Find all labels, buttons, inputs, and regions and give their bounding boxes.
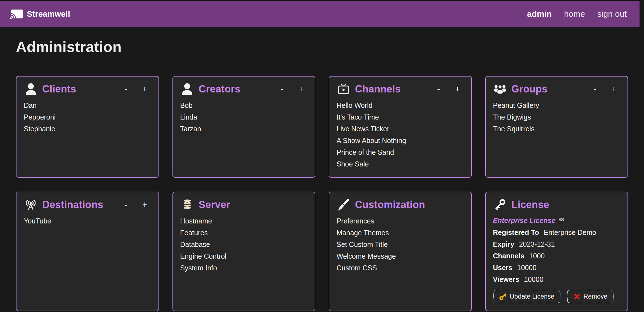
card-header: License [493, 198, 621, 211]
top-nav-links: adminhomesign out [527, 9, 632, 19]
card-license: License Enterprise LicenseRegistered ToE… [485, 192, 628, 311]
card-title: Customization [355, 199, 425, 211]
list-item[interactable]: Bob [180, 99, 308, 111]
list-item[interactable]: Linda [180, 111, 308, 123]
card-controls: - + [123, 199, 151, 210]
card-customization: Customization PreferencesManage ThemesSe… [329, 192, 472, 311]
add-item-button[interactable]: + [141, 84, 149, 94]
list-item[interactable]: Hostname [180, 215, 308, 227]
card-title: Creators [199, 83, 241, 95]
list-item[interactable]: Custom CSS [337, 262, 464, 274]
top-nav: Streamwell adminhomesign out [0, 1, 644, 27]
brand[interactable]: Streamwell [10, 9, 70, 19]
card-title: Clients [42, 83, 76, 95]
card-header: Customization [337, 198, 464, 211]
license-body: Enterprise LicenseRegistered ToEnterpris… [493, 215, 621, 303]
license-field-label: Expiry [493, 240, 514, 248]
card-title: Server [199, 199, 230, 211]
remove-item-button[interactable]: - [592, 84, 598, 94]
card-header: Channels - + [337, 83, 464, 96]
list-item[interactable]: YouTube [24, 215, 151, 227]
card-item-list: PreferencesManage ThemesSet Custom Title… [337, 215, 464, 274]
card-controls: - + [123, 84, 151, 94]
license-tier: Enterprise License [493, 215, 621, 227]
remove-button[interactable]: Remove [567, 290, 614, 303]
list-item[interactable]: Preferences [337, 215, 464, 227]
license-field-value: 1000 [529, 252, 545, 260]
license-field-label: Users [493, 264, 513, 272]
person-icon [24, 83, 38, 96]
list-item[interactable]: System Info [180, 262, 308, 274]
card-title: Groups [512, 83, 548, 95]
license-field-value: 10000 [524, 275, 544, 284]
card-title: License [512, 199, 549, 211]
list-item[interactable]: Engine Control [180, 250, 308, 262]
list-item[interactable]: A Show About Nothing [337, 135, 464, 146]
list-item[interactable]: Welcome Message [337, 250, 464, 262]
list-item[interactable]: Live News Ticker [337, 123, 464, 135]
list-item[interactable]: Shoe Sale [337, 158, 464, 170]
list-item[interactable]: The Bigwigs [493, 111, 621, 123]
cards-grid: Clients - + DanPepperoniStephanie Creato… [16, 76, 628, 311]
button-label: Remove [583, 293, 607, 300]
nav-link-home[interactable]: home [564, 9, 585, 19]
admin-page: Administration Clients - + DanPepperoniS… [0, 38, 644, 311]
list-item[interactable]: Features [180, 227, 308, 239]
page-title: Administration [16, 38, 628, 55]
list-item[interactable]: Dan [24, 99, 151, 111]
card-header: Creators - + [180, 83, 308, 96]
license-field-label: Channels [493, 252, 525, 260]
list-item[interactable]: Database [180, 239, 308, 250]
card-title: Destinations [42, 199, 103, 211]
remove-item-button[interactable]: - [123, 199, 129, 210]
license-buttons: Update LicenseRemove [493, 290, 621, 303]
list-item[interactable]: Stephanie [24, 123, 151, 135]
remove-item-button[interactable]: - [279, 84, 285, 94]
red-x-icon [573, 293, 580, 300]
list-item[interactable]: It's Taco Time [337, 111, 464, 123]
add-item-button[interactable]: + [297, 84, 305, 94]
license-field: Channels1000 [493, 250, 621, 262]
add-item-button[interactable]: + [141, 199, 149, 210]
key-icon [493, 198, 507, 211]
list-item[interactable]: The Squirrels [493, 123, 621, 135]
list-item[interactable]: Tarzan [180, 123, 308, 135]
license-field: Expiry2023-12-31 [493, 238, 621, 250]
card-header: Groups - + [493, 83, 621, 96]
list-item[interactable]: Pepperoni [24, 111, 151, 123]
list-item[interactable]: Hello World [337, 99, 464, 111]
cast-icon [10, 9, 23, 19]
nav-link-sign-out[interactable]: sign out [597, 9, 627, 19]
card-server: Server HostnameFeaturesDatabaseEngine Co… [172, 192, 316, 311]
nav-link-admin[interactable]: admin [527, 9, 552, 19]
button-label: Update License [510, 293, 555, 300]
card-item-list: BobLindaTarzan [180, 99, 308, 135]
license-field-label: Registered To [493, 228, 539, 237]
card-groups: Groups - + Peanut GalleryThe BigwigsThe … [485, 76, 628, 178]
remove-item-button[interactable]: - [435, 84, 442, 94]
list-item[interactable]: Manage Themes [337, 227, 464, 239]
person-icon [180, 83, 194, 96]
tv-icon [337, 83, 351, 96]
card-header: Clients - + [24, 83, 151, 96]
card-channels: Channels - + Hello WorldIt's Taco TimeLi… [329, 76, 472, 178]
card-controls: - + [592, 84, 620, 94]
license-field-label: Viewers [493, 275, 519, 284]
update-license-button[interactable]: Update License [493, 290, 561, 303]
license-field: Users10000 [493, 262, 621, 273]
list-item[interactable]: Set Custom Title [337, 239, 464, 250]
remove-item-button[interactable]: - [123, 84, 129, 94]
card-header: Destinations - + [24, 198, 151, 211]
add-item-button[interactable]: + [453, 84, 462, 94]
card-clients: Clients - + DanPepperoniStephanie [16, 76, 159, 178]
list-item[interactable]: Prince of the Sand [337, 146, 464, 158]
scrollbar-track[interactable] [640, 0, 644, 312]
card-item-list: Peanut GalleryThe BigwigsThe Squirrels [493, 99, 621, 135]
license-field-value: 2023-12-31 [519, 240, 555, 248]
card-controls: - + [279, 84, 307, 94]
add-item-button[interactable]: + [610, 84, 618, 94]
list-item[interactable]: Peanut Gallery [493, 99, 621, 111]
brand-name: Streamwell [27, 9, 70, 19]
card-title: Channels [355, 83, 401, 95]
card-destinations: Destinations - + YouTube [16, 192, 159, 311]
